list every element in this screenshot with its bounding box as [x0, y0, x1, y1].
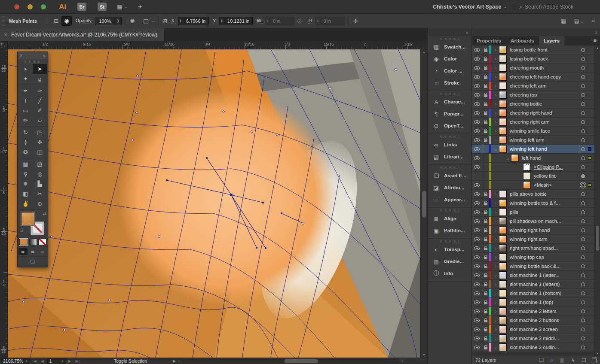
fill-swatch[interactable]: [21, 212, 34, 225]
last-artboard-icon[interactable]: ▶|: [76, 359, 80, 363]
layer-name[interactable]: slot machine 1 (bottom): [507, 291, 578, 296]
lock-toggle[interactable]: [482, 217, 489, 225]
disclosure-toggle-icon[interactable]: ⌄: [493, 146, 499, 152]
opacity-label[interactable]: Opacity:: [76, 18, 93, 24]
layer-row[interactable]: ›pills above bottle: [472, 190, 600, 199]
layer-row[interactable]: ›cheering bottle: [472, 100, 600, 109]
disclosure-toggle-icon[interactable]: ›: [493, 101, 499, 106]
document-layout-icon[interactable]: ▤⌄: [574, 18, 584, 24]
disclosure-toggle-icon[interactable]: ›: [493, 228, 499, 233]
color-panel[interactable]: ◉Color: [428, 53, 471, 65]
layer-row[interactable]: ›losing bottle back: [472, 55, 600, 64]
layer-row[interactable]: ›cheering left hand copy: [472, 73, 600, 82]
slice-tool[interactable]: ✂: [33, 189, 47, 199]
symbol-sprayer-tool[interactable]: ✵: [18, 179, 33, 189]
layer-name[interactable]: slot machine 1 (letter...: [507, 273, 578, 278]
lock-toggle[interactable]: [482, 235, 489, 243]
visibility-toggle[interactable]: [472, 316, 482, 325]
x-value[interactable]: 6.7966 in: [183, 18, 208, 24]
disclosure-toggle-icon[interactable]: ›: [493, 209, 499, 215]
layer-row[interactable]: ⌄left hand: [472, 154, 600, 163]
y-value[interactable]: 10.1231 in: [224, 18, 252, 24]
target-circle[interactable]: [578, 55, 588, 63]
visibility-toggle[interactable]: [472, 127, 482, 135]
width-tool[interactable]: ≬: [18, 137, 33, 147]
opacity-chevron-icon[interactable]: ❯: [114, 17, 121, 25]
artboard-tool[interactable]: ◧: [18, 189, 33, 199]
zoom-tool[interactable]: ⊙: [33, 199, 47, 209]
close-panel-icon[interactable]: ×: [20, 53, 22, 58]
previous-artboard-icon[interactable]: ◀: [41, 359, 44, 363]
target-circle[interactable]: [578, 244, 588, 252]
disclosure-toggle-icon[interactable]: ›: [493, 83, 499, 88]
mesh-point-select-button[interactable]: ◉: [61, 16, 72, 26]
lock-toggle[interactable]: [482, 118, 489, 126]
none-button[interactable]: [38, 239, 46, 245]
lock-toggle[interactable]: [482, 190, 489, 198]
panel-grip[interactable]: [24, 61, 41, 63]
layer-name[interactable]: cheering left arm: [507, 83, 578, 88]
target-circle[interactable]: [578, 73, 588, 81]
scroll-up-icon[interactable]: ▲: [421, 51, 427, 54]
stroke-panel[interactable]: ≡Stroke: [428, 77, 471, 89]
character-panel[interactable]: ACharac...: [428, 96, 471, 108]
asset-export-panel[interactable]: ❏Asset E...: [428, 170, 471, 182]
target-circle[interactable]: [578, 181, 588, 189]
draw-normal-button[interactable]: ◙: [18, 248, 28, 255]
target-circle[interactable]: [578, 64, 588, 72]
adobe-stock-search[interactable]: ⌕: [519, 4, 596, 10]
layer-row[interactable]: ›winning top cap: [472, 253, 600, 262]
new-sublayer-icon[interactable]: ↳: [571, 357, 575, 363]
gradient-button[interactable]: [29, 239, 37, 245]
layer-row[interactable]: ›winning smile face: [472, 127, 600, 136]
layer-row[interactable]: ›losing bottle front: [472, 46, 600, 55]
target-circle[interactable]: [578, 226, 588, 234]
layer-name[interactable]: pill shadows on mach...: [507, 218, 578, 224]
layer-row[interactable]: ›slot machine 1 (bottom): [472, 289, 600, 298]
target-circle[interactable]: [578, 100, 588, 108]
layer-name[interactable]: winning bottle back &...: [507, 264, 578, 269]
layer-row[interactable]: ›right arm/hand shad...: [472, 244, 600, 253]
line-segment-tool[interactable]: ╱: [33, 96, 47, 106]
zoom-chevron-icon[interactable]: ▼: [25, 360, 28, 363]
make-clipping-mask-icon[interactable]: ▣: [560, 357, 564, 363]
locate-object-icon[interactable]: ⌕: [550, 357, 553, 363]
layer-row[interactable]: ›slot machine 2 buttons: [472, 316, 600, 325]
color-guide-panel[interactable]: ◔Color ...: [428, 65, 471, 77]
target-circle[interactable]: [578, 127, 588, 135]
horizontal-scroll-thumb[interactable]: [285, 359, 318, 363]
layer-name[interactable]: cheering right arm: [507, 119, 578, 124]
opentype-panel[interactable]: OOpenT...: [428, 120, 471, 132]
horizontal-scrollbar[interactable]: [182, 359, 399, 363]
pen-tool[interactable]: ✒: [18, 86, 33, 96]
close-document-icon[interactable]: ×: [4, 32, 7, 38]
lock-toggle[interactable]: [482, 316, 489, 325]
lock-toggle[interactable]: [482, 325, 489, 334]
layer-row[interactable]: ›cheering mouth: [472, 64, 600, 73]
disclosure-toggle-icon[interactable]: ›: [493, 291, 499, 296]
attributes-panel[interactable]: ◪Attribu...: [428, 182, 471, 194]
disclosure-toggle-icon[interactable]: ›: [493, 255, 499, 260]
disclosure-toggle-icon[interactable]: ›: [493, 300, 499, 305]
layer-name[interactable]: winning right hand: [507, 228, 578, 233]
layer-row[interactable]: ›winning bottle top & f...: [472, 199, 600, 208]
workspace-chevron-icon[interactable]: ⌄: [503, 5, 507, 9]
layer-name[interactable]: winning top cap: [507, 255, 578, 260]
layer-row[interactable]: ›slot machine 2 middl...: [472, 334, 600, 343]
zoom-level-field[interactable]: 2106.75% ▼: [1, 358, 30, 364]
column-graph-tool[interactable]: ▙: [33, 179, 47, 189]
mesh-tool[interactable]: ▩: [18, 159, 33, 169]
scale-tool[interactable]: ◳: [33, 127, 47, 137]
y-stepper[interactable]: ▲▼: [220, 17, 224, 25]
lock-toggle[interactable]: [482, 136, 489, 144]
target-circle[interactable]: [578, 163, 588, 171]
lock-toggle[interactable]: [482, 46, 489, 54]
default-fill-stroke-icon[interactable]: ❏: [20, 228, 23, 232]
target-circle[interactable]: [578, 316, 588, 325]
swap-fill-stroke-icon[interactable]: ⇄: [43, 211, 46, 216]
visibility-toggle[interactable]: [472, 163, 482, 171]
layer-row[interactable]: <Clipping P...: [472, 163, 600, 172]
disclosure-toggle-icon[interactable]: ›: [493, 191, 499, 197]
visibility-toggle[interactable]: [472, 145, 482, 153]
collapse-dock-icon[interactable]: »: [595, 30, 597, 35]
